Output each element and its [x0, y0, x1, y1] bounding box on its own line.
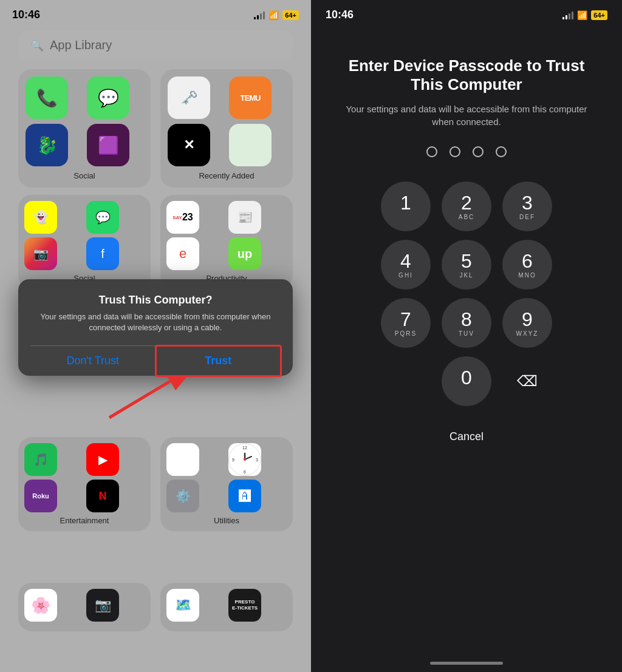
photos-apps: 🌸 📷	[24, 589, 145, 622]
roku-icon[interactable]: Roku	[24, 480, 57, 512]
right-status-bar: 10:46 📶 64+	[311, 0, 622, 26]
utilities-label: Utilities	[166, 516, 287, 525]
dot-1	[426, 146, 437, 157]
cancel-button[interactable]: Cancel	[431, 424, 502, 449]
numpad-row-2: 4 GHI 5 JKL 6 MNO	[381, 240, 552, 290]
slack-app-icon[interactable]: 🟪	[87, 124, 129, 166]
spotify-icon[interactable]: 🎵	[24, 443, 57, 476]
social-folder[interactable]: 👻 💬 📷 f Social	[18, 195, 151, 289]
trust-dialog-body: Your settings and data will be accessibl…	[30, 311, 281, 333]
right-wifi-icon: 📶	[577, 10, 587, 20]
numpad-row-3: 7 PQRS 8 TUV 9 WXYZ	[381, 298, 552, 348]
numpad-row-1: 1 2 ABC 3 DEF	[381, 182, 552, 231]
entertainment-label: Entertainment	[24, 516, 145, 525]
key-delete[interactable]: ⌫	[502, 356, 552, 406]
left-status-bar: 10:46 📶 64+	[0, 0, 311, 26]
right-signal-icon	[562, 11, 573, 19]
multi-app-icon[interactable]	[229, 124, 272, 166]
svg-text:6: 6	[244, 470, 246, 474]
key-4[interactable]: 4 GHI	[381, 240, 431, 290]
productivity-folder[interactable]: SAY 23 📰 e up Productivity	[160, 195, 293, 289]
utilities-folder[interactable]: 12 3 6 9 ⚙️ 🅰 Utilities	[160, 437, 293, 531]
right-time: 10:46	[326, 8, 354, 21]
entertainment-folder[interactable]: 🎵 ▶ Roku N Entertainment	[18, 437, 151, 531]
battery-icon: 64+	[282, 10, 299, 20]
key-9[interactable]: 9 WXYZ	[502, 298, 552, 348]
right-panel: 10:46 📶 64+ Enter Device Passcode to Tru…	[311, 0, 622, 672]
trust-dialog-title: Trust This Computer?	[30, 294, 281, 307]
whatsapp-icon[interactable]: 💬	[86, 201, 119, 234]
suggestions-label: Social	[26, 171, 143, 180]
dot-2	[449, 146, 460, 157]
home-indicator	[430, 662, 503, 665]
maps-icon[interactable]: 🗺️	[166, 589, 199, 622]
appstore-icon[interactable]: 🅰	[228, 480, 261, 512]
upwork-icon[interactable]: up	[228, 237, 261, 270]
gmail-icon[interactable]: e	[166, 237, 199, 270]
recently-added-label: Recently Added	[168, 171, 285, 180]
maps-folder[interactable]: 🗺️ PRESTOE-TICKETS	[160, 583, 293, 631]
key-2[interactable]: 2 ABC	[442, 182, 491, 231]
key-1[interactable]: 1	[381, 182, 431, 231]
left-time: 10:46	[12, 8, 40, 21]
dont-trust-button[interactable]: Don't Trust	[30, 346, 156, 376]
numpad: 1 2 ABC 3 DEF 4 GHI 5 JKL 6 MN	[381, 182, 552, 406]
key-5[interactable]: 5 JKL	[442, 240, 491, 290]
dot-4	[496, 146, 507, 157]
chrome-icon[interactable]	[166, 443, 199, 476]
keys-app-icon[interactable]: 🗝️	[168, 76, 210, 119]
youtube-icon[interactable]: ▶	[86, 443, 119, 476]
photos-icon[interactable]: 🌸	[24, 589, 57, 622]
svg-text:12: 12	[242, 446, 247, 450]
dot-3	[473, 146, 484, 157]
passcode-subtitle: Your settings and data will be accessibl…	[335, 103, 598, 128]
top-folders-row: 📞 💬 🐉 🟪 Social 🗝️ TEMU ✕ Recently Add	[0, 69, 311, 188]
wifi-icon: 📶	[268, 10, 279, 20]
calendar-icon[interactable]: SAY 23	[166, 201, 199, 234]
temu-app-icon[interactable]: TEMU	[229, 76, 272, 119]
recently-added-folder[interactable]: 🗝️ TEMU ✕ Recently Added	[160, 69, 293, 188]
key-3[interactable]: 3 DEF	[502, 182, 552, 231]
snapchat-icon[interactable]: 👻	[24, 201, 57, 234]
search-icon: 🔍	[30, 39, 44, 52]
x-app-icon[interactable]: ✕	[168, 124, 210, 166]
left-status-icons: 📶 64+	[254, 10, 299, 20]
left-panel: 10:46 📶 64+ 🔍 App Library 📞 💬 🐉 🟪	[0, 0, 311, 672]
trust-dialog: Trust This Computer? Your settings and d…	[18, 279, 293, 376]
photos-row: 🌸 📷 🗺️ PRESTOE-TICKETS	[18, 583, 293, 631]
search-placeholder: App Library	[50, 38, 112, 52]
suggestions-apps: 📞 💬 🐉 🟪	[26, 76, 143, 166]
passcode-header: Enter Device Passcode to Trust This Comp…	[311, 56, 622, 128]
dragon-app-icon[interactable]: 🐉	[26, 124, 68, 166]
key-8[interactable]: 8 TUV	[442, 298, 491, 348]
utilities-apps: 12 3 6 9 ⚙️ 🅰	[166, 443, 287, 512]
phone-app-icon[interactable]: 📞	[26, 76, 68, 119]
search-bar[interactable]: 🔍 App Library	[18, 31, 293, 59]
right-status-icons: 📶 64+	[562, 10, 607, 20]
maps-apps: 🗺️ PRESTOE-TICKETS	[166, 589, 287, 622]
messages-app-icon[interactable]: 💬	[87, 76, 129, 119]
suggestions-folder[interactable]: 📞 💬 🐉 🟪 Social	[18, 69, 151, 188]
recently-added-apps: 🗝️ TEMU ✕	[168, 76, 285, 166]
right-battery-icon: 64+	[591, 10, 607, 20]
svg-text:3: 3	[256, 458, 258, 462]
instagram-icon[interactable]: 📷	[24, 237, 57, 270]
other-social-icon[interactable]: f	[86, 237, 119, 270]
entertainment-apps: 🎵 ▶ Roku N	[24, 443, 145, 512]
netflix-icon[interactable]: N	[86, 480, 119, 512]
presto-icon[interactable]: PRESTOE-TICKETS	[228, 589, 261, 622]
camera-icon[interactable]: 📷	[86, 589, 119, 622]
clock-icon[interactable]: 12 3 6 9	[228, 443, 261, 476]
numpad-row-4: 0 0 ⌫	[381, 356, 552, 406]
news-icon[interactable]: 📰	[228, 201, 261, 234]
passcode-title: Enter Device Passcode to Trust This Comp…	[335, 56, 598, 94]
trust-button[interactable]: Trust	[156, 346, 281, 376]
settings-icon[interactable]: ⚙️	[166, 480, 199, 512]
signal-icon	[254, 11, 265, 19]
key-0-center[interactable]: 0	[442, 356, 491, 406]
key-6[interactable]: 6 MNO	[502, 240, 552, 290]
key-7[interactable]: 7 PQRS	[381, 298, 431, 348]
entertainment-utilities-row: 🎵 ▶ Roku N Entertainment	[18, 437, 293, 531]
photos-folder[interactable]: 🌸 📷	[18, 583, 151, 631]
svg-line-1	[109, 381, 170, 418]
